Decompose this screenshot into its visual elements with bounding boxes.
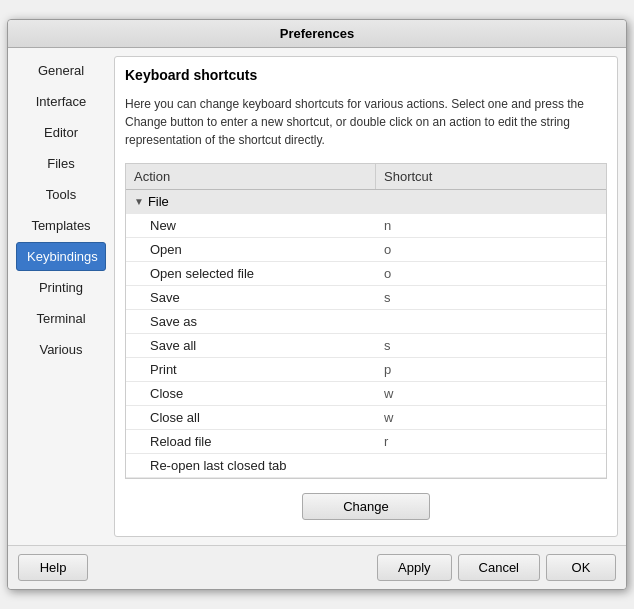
sidebar-item-terminal[interactable]: Terminal	[16, 304, 106, 333]
action-cell: Open selected file	[126, 262, 376, 285]
shortcut-cell: o	[376, 238, 606, 261]
shortcut-cell	[376, 310, 606, 333]
table-row[interactable]: Open selected file o	[126, 262, 606, 286]
table-row[interactable]: Print p	[126, 358, 606, 382]
shortcut-cell: o	[376, 262, 606, 285]
action-cell: Re-open last closed tab	[126, 454, 376, 477]
shortcut-cell: s	[376, 334, 606, 357]
shortcut-cell: s	[376, 286, 606, 309]
sidebar-item-editor[interactable]: Editor	[16, 118, 106, 147]
dialog-titlebar: Preferences	[8, 20, 626, 48]
main-content: Keyboard shortcuts Here you can change k…	[114, 56, 618, 537]
dialog-footer: Help Apply Cancel OK	[8, 545, 626, 589]
sidebar-item-tools[interactable]: Tools	[16, 180, 106, 209]
sidebar-item-printing[interactable]: Printing	[16, 273, 106, 302]
shortcut-cell: w	[376, 406, 606, 429]
col-shortcut: Shortcut	[376, 164, 606, 189]
table-row[interactable]: Reload file r	[126, 430, 606, 454]
table-row[interactable]: Save s	[126, 286, 606, 310]
change-row: Change	[125, 487, 607, 526]
col-action: Action	[126, 164, 376, 189]
sidebar: GeneralInterfaceEditorFilesToolsTemplate…	[16, 56, 106, 537]
help-button[interactable]: Help	[18, 554, 88, 581]
sidebar-item-various[interactable]: Various	[16, 335, 106, 364]
action-cell: Save as	[126, 310, 376, 333]
dialog-body: GeneralInterfaceEditorFilesToolsTemplate…	[8, 48, 626, 545]
table-row[interactable]: New n	[126, 214, 606, 238]
shortcut-cell	[376, 454, 606, 477]
sidebar-item-keybindings[interactable]: Keybindings	[16, 242, 106, 271]
sidebar-item-templates[interactable]: Templates	[16, 211, 106, 240]
description: Here you can change keyboard shortcuts f…	[125, 95, 607, 149]
collapse-icon: ▼	[134, 196, 144, 207]
ok-button[interactable]: OK	[546, 554, 616, 581]
sidebar-item-files[interactable]: Files	[16, 149, 106, 178]
shortcut-cell: w	[376, 382, 606, 405]
action-cell: Reload file	[126, 430, 376, 453]
table-row[interactable]: Save all s	[126, 334, 606, 358]
sidebar-item-general[interactable]: General	[16, 56, 106, 85]
shortcut-cell: r	[376, 430, 606, 453]
action-cell: Save	[126, 286, 376, 309]
action-cell: Close	[126, 382, 376, 405]
group-label: ▼ File	[126, 190, 606, 213]
shortcut-cell: n	[376, 214, 606, 237]
action-cell: New	[126, 214, 376, 237]
table-header: Action Shortcut	[126, 164, 606, 190]
action-cell: Save all	[126, 334, 376, 357]
shortcut-cell: p	[376, 358, 606, 381]
table-row[interactable]: Close all w	[126, 406, 606, 430]
action-cell: Print	[126, 358, 376, 381]
action-cell: Close all	[126, 406, 376, 429]
cancel-button[interactable]: Cancel	[458, 554, 540, 581]
action-cell: Open	[126, 238, 376, 261]
table-row[interactable]: Open o	[126, 238, 606, 262]
sidebar-item-interface[interactable]: Interface	[16, 87, 106, 116]
preferences-dialog: Preferences GeneralInterfaceEditorFilesT…	[7, 19, 627, 590]
table-row[interactable]: Re-open last closed tab	[126, 454, 606, 478]
shortcuts-table: Action Shortcut ▼ File New n Open o Open…	[125, 163, 607, 479]
table-row[interactable]: Close w	[126, 382, 606, 406]
dialog-title: Preferences	[280, 26, 354, 41]
section-title: Keyboard shortcuts	[125, 67, 607, 83]
table-row[interactable]: Save as	[126, 310, 606, 334]
table-body: ▼ File New n Open o Open selected file o…	[126, 190, 606, 478]
apply-button[interactable]: Apply	[377, 554, 452, 581]
table-row[interactable]: ▼ File	[126, 190, 606, 214]
change-button[interactable]: Change	[302, 493, 430, 520]
